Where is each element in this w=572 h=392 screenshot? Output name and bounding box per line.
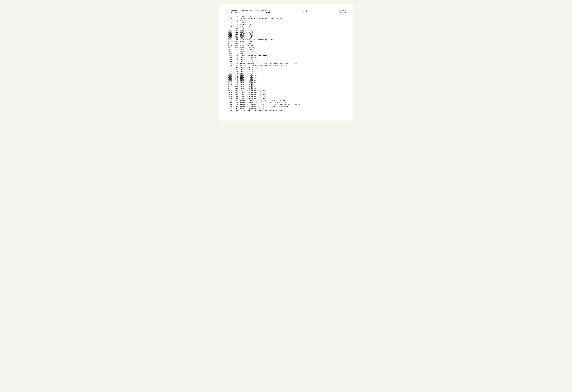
row-col1: 1599 bbox=[226, 100, 233, 102]
row-col2: 121 bbox=[233, 29, 239, 31]
table-row: 1577135С151-1257(=13)' 65* bbox=[226, 57, 346, 59]
table-row: 1579137С151-1091(=13)' 190* bbox=[226, 61, 346, 63]
row-col2: 155 bbox=[233, 96, 239, 98]
table-row: 1589147С152-166(=13)' 400* bbox=[226, 80, 346, 82]
row-col1: 1581 bbox=[226, 65, 233, 66]
page-number: -164- bbox=[302, 10, 308, 12]
row-col1: 1593 bbox=[226, 88, 233, 90]
row-col3: 1594-6412' 2* bbox=[239, 23, 346, 25]
table-row: 1583141С151-2261(=13)' 7* bbox=[226, 68, 346, 70]
row-col3: Ц6-573-6' 1* bbox=[239, 21, 346, 23]
row-col2: 116 bbox=[233, 19, 239, 21]
row-col1: 1591 bbox=[226, 84, 233, 86]
row-col3: Т2495-11334(Н9=1,06)(=13)' 72' 1,65' ЛОТ… bbox=[239, 102, 346, 104]
table-row: 1599157Т2495-11331(Н9=1,06)(=13)' 4' 1,1… bbox=[226, 100, 346, 102]
row-col2: 149 bbox=[233, 84, 239, 86]
table-row: 15641221517-1444-1' 6* bbox=[226, 31, 346, 33]
table-row: 1578136С151-1075(=13)' 15* bbox=[226, 59, 346, 61]
row-col2: 117 bbox=[233, 21, 239, 23]
table-row: 1580138Т1589СТРБ4(Н9=1,13)(=13)' 0,02' 2… bbox=[226, 63, 346, 65]
row-col3: С151-1257(=13)' 65* bbox=[239, 57, 346, 59]
row-col3: Т2495-160/2П11043(Н9=1,06)(=13)' 5' 6,8'… bbox=[239, 104, 346, 106]
row-col1: 1583 bbox=[226, 68, 233, 70]
row-col3: С151-2263(=13)' 10* bbox=[239, 72, 346, 74]
row-col3: Ц6-574-47' 9* bbox=[239, 16, 346, 17]
row-col1: 1590 bbox=[226, 82, 233, 84]
row-col2: 132 bbox=[233, 51, 239, 53]
table-row: 1557115ПРЕКАЛЬКУЛЯЦИЯ 3 СТОИМОСТИ ЯЩИКА … bbox=[226, 17, 346, 19]
row-col1: 1578 bbox=[226, 59, 233, 61]
row-col1: 1584 bbox=[226, 70, 233, 72]
row-col3: 2465-1696(Н9=1,00)(=13)' 12* bbox=[239, 94, 346, 96]
row-col3: 1794-50554' 2* bbox=[239, 51, 346, 53]
table-row: 15951532465-1662(Н9=1,00)(=13)' 30* bbox=[226, 92, 346, 94]
row-col2: 124 bbox=[233, 35, 239, 37]
table-row: 15691271517-1101' 1* bbox=[226, 41, 346, 43]
row-col3: С159-547(=13)' 10* bbox=[239, 88, 346, 90]
row-col1: 1576 bbox=[226, 55, 233, 57]
table-row: 15961542465-1696(Н9=1,00)(=13)' 12* bbox=[226, 94, 346, 96]
row-col3: 411-465-1' 2* bbox=[239, 53, 346, 55]
table-row: 1585143С151-2263(=13)' 10* bbox=[226, 72, 346, 74]
row-col3: 411-465-1' 2* bbox=[239, 37, 346, 39]
table-row: 1576134Р МАТЕРИАЛЫ НЕ УЧТЁННЫЕ ЦЕННИКОМ* bbox=[226, 55, 346, 57]
row-col1: 1565 bbox=[226, 33, 233, 35]
row-col3: С151-2261(=13)' 7* bbox=[239, 68, 346, 70]
row-col2: 130 bbox=[233, 47, 239, 49]
table-row: 1602160Т2495-160/2П11044(Н9=1,06)(=13)' … bbox=[226, 106, 346, 108]
row-col2: 129 bbox=[233, 45, 239, 47]
page-header: ПРОГРАММНЫЙ КОМПЛЕКС АВС-ЗЕС .( РЕДАКЦИЯ… bbox=[226, 10, 346, 15]
subheader: ТП 901-I-82.87 А-IX bbox=[226, 12, 270, 14]
row-col1: 1560 bbox=[226, 23, 233, 25]
table-row: 15971552465-1696(Н9=1,00)(=13)' 90* bbox=[226, 96, 346, 98]
table-row: 15981562495-1697(Н9=1,00)(=13)' 36* bbox=[226, 98, 346, 100]
row-col2: 133 bbox=[233, 53, 239, 55]
row-col2: 120 bbox=[233, 27, 239, 29]
row-col2: 131 bbox=[233, 49, 239, 51]
row-col1: 1589 bbox=[226, 80, 233, 82]
row-col2: 152 bbox=[233, 90, 239, 92]
row-col1: 1572 bbox=[226, 47, 233, 49]
row-col1: 1600 bbox=[226, 102, 233, 104]
row-col3: С152-166(=13)' 400* bbox=[239, 80, 346, 82]
row-col2: 154 bbox=[233, 94, 239, 96]
table-row: 1600158Т2495-11334(Н9=1,06)(=13)' 72' 1,… bbox=[226, 102, 346, 104]
row-col2: 158 bbox=[233, 102, 239, 104]
row-col3: ТОЖЕ(Н9=1,13)(=13)' 0,02' 534' ТО КЕ 3Х1… bbox=[239, 65, 346, 66]
row-col1: 1568 bbox=[226, 39, 233, 41]
table-row: 15721301517-1444-1' 4* bbox=[226, 47, 346, 49]
row-col3: Т1589СТРБ4(Н9=1,13)(=13)' 0,02' 240' КАБ… bbox=[239, 63, 346, 65]
row-col2: 141 bbox=[233, 68, 239, 70]
row-col1: 1566 bbox=[226, 35, 233, 37]
row-col2: 134 bbox=[233, 55, 239, 57]
table-row: 1567125411-465-1' 2* bbox=[226, 37, 346, 39]
row-col3: 1794-50554' 2* bbox=[239, 35, 346, 37]
row-col1: 1588 bbox=[226, 78, 233, 80]
row-col1: 1596 bbox=[226, 94, 233, 96]
row-col1: 1558 bbox=[226, 19, 233, 21]
row-col3: С151-1091(=13)' 190* bbox=[239, 61, 346, 63]
table-row: 1591149С159-545(=13)' 1б* bbox=[226, 84, 346, 86]
table-row: 1588146С151-2266(=13)' 60* bbox=[226, 78, 346, 80]
row-col1: 1562 bbox=[226, 27, 233, 29]
row-col1: 1559 bbox=[226, 21, 233, 23]
row-col2: 161 bbox=[233, 108, 239, 110]
page: ПРОГРАММНЫЙ КОМПЛЕКС АВС-ЗЕС .( РЕДАКЦИЯ… bbox=[219, 5, 353, 121]
row-col2: 145 bbox=[233, 76, 239, 78]
row-col2: 138 bbox=[233, 63, 239, 65]
row-col2: 162 bbox=[233, 110, 239, 111]
header-left: ПРОГРАММНЫЙ КОМПЛЕКС АВС-ЗЕС .( РЕДАКЦИЯ… bbox=[226, 10, 270, 15]
row-col3: С151-2264(=13)' 120* bbox=[239, 74, 346, 76]
row-col3: 2465-1661(Н9=1,00)(=13)' 12* bbox=[239, 90, 346, 92]
row-col1: 1580 bbox=[226, 63, 233, 65]
table-row: 15661241794-50554' 2* bbox=[226, 35, 346, 37]
table-row: 1559117Ц6-573-6' 1* bbox=[226, 21, 346, 23]
row-col3: 1594-16011' 4* bbox=[239, 45, 346, 47]
row-col2: 143 bbox=[233, 72, 239, 74]
row-col3: Ц6-574-47' 4* bbox=[239, 49, 346, 51]
row-col3: 2465-1696(Н9=1,00)(=13)' 90* bbox=[239, 96, 346, 98]
row-col2: 156 bbox=[233, 98, 239, 100]
row-col1: 1597 bbox=[226, 96, 233, 98]
table-row: 1556114Ц6-574-47' 9* bbox=[226, 16, 346, 17]
row-col2: 125 bbox=[233, 37, 239, 39]
